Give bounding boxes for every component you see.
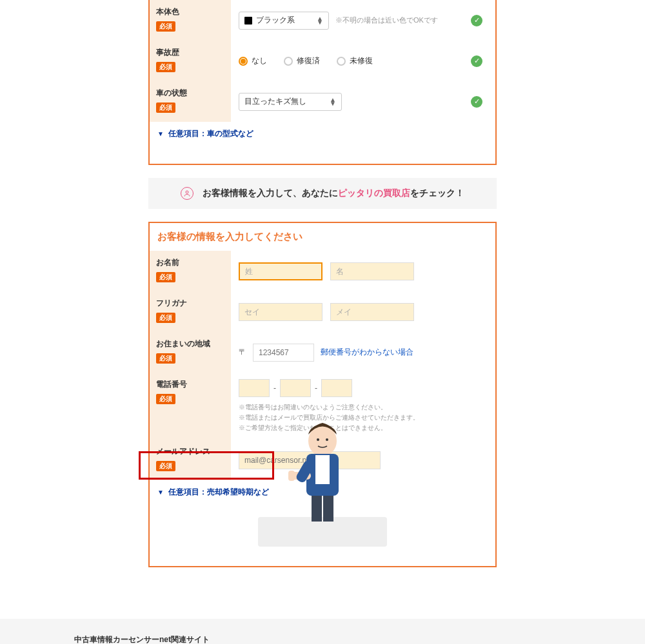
required-badge: 必須	[156, 394, 175, 404]
postal-unknown-link[interactable]: 郵便番号がわからない場合	[321, 347, 413, 358]
footer: 中古車情報カーセンサーnet関連サイト 中古車情報ならカーセンサー ｜ 中古車リ…	[0, 619, 645, 644]
name-label: お名前	[156, 257, 226, 268]
row-kana: フリガナ 必須	[150, 291, 495, 332]
svg-point-0	[186, 191, 188, 193]
footer-related-title: 中古車情報カーセンサーnet関連サイト	[74, 634, 571, 644]
phone-input-1[interactable]	[239, 379, 270, 397]
condition-label: 車の状態	[156, 88, 226, 99]
phone-sep: -	[273, 384, 276, 393]
required-badge: 必須	[156, 62, 175, 72]
kana-givenname-input[interactable]	[330, 303, 414, 321]
phone-label: 電話番号	[156, 379, 226, 390]
optional-customer-toggle[interactable]: ▼ 任意項目：売却希望時期など	[150, 480, 495, 504]
phone-notes: ※電話番号はお間違いのないようご注意ください。 ※電話またはメールで買取店からご…	[239, 402, 419, 433]
accident-radiogroup: なし 修復済 未修復	[239, 55, 373, 66]
select-arrows-icon: ▲▼	[330, 98, 336, 106]
kana-surname-input[interactable]	[239, 303, 322, 321]
body-color-select[interactable]: ブラック系 ▲▼	[239, 12, 329, 30]
postal-input[interactable]	[253, 344, 314, 362]
optional-customer-link[interactable]: 任意項目：売却希望時期など	[168, 487, 269, 496]
annotation-highlight-box	[139, 451, 274, 480]
radio-dot-icon	[284, 57, 293, 66]
check-icon: ✓	[471, 55, 482, 67]
radio-dot-icon	[337, 57, 346, 66]
kana-label: フリガナ	[156, 298, 226, 309]
address-label: お住まいの地域	[156, 338, 226, 349]
color-swatch	[244, 17, 252, 24]
caret-down-icon: ▼	[157, 130, 164, 137]
accident-label: 事故歴	[156, 47, 226, 58]
givenname-input[interactable]	[330, 262, 414, 280]
radio-repaired[interactable]: 修復済	[284, 55, 320, 66]
row-phone: 電話番号 必須 - - ※電話番号はお間違いのないようご注意ください。 ※電話ま…	[150, 373, 495, 440]
select-arrows-icon: ▲▼	[317, 17, 323, 24]
row-body-color: 本体色 必須 ブラック系 ▲▼ ※不明の場合は近い色でOKです ✓	[150, 0, 495, 41]
optional-car-link[interactable]: 任意項目：車の型式など	[168, 129, 253, 138]
surname-input[interactable]	[239, 262, 322, 280]
row-name: お名前 必須	[150, 251, 495, 291]
body-color-value: ブラック系	[256, 15, 295, 26]
required-badge: 必須	[156, 21, 175, 32]
required-badge: 必須	[156, 102, 175, 113]
user-icon	[181, 187, 194, 200]
submit-button-placeholder[interactable]	[258, 517, 387, 547]
check-icon: ✓	[471, 15, 482, 26]
phone-input-3[interactable]	[321, 379, 352, 397]
body-color-helper: ※不明の場合は近い色でOKです	[335, 15, 438, 25]
required-badge: 必須	[156, 353, 175, 364]
radio-nashi[interactable]: なし	[239, 55, 267, 66]
phone-input-2[interactable]	[280, 379, 311, 397]
optional-car-toggle[interactable]: ▼ 任意項目：車の型式など	[150, 122, 495, 146]
caret-down-icon: ▼	[157, 489, 164, 496]
row-condition: 車の状態 必須 目立ったキズ無し ▲▼ ✓	[150, 81, 495, 122]
body-color-label: 本体色	[156, 6, 226, 17]
row-address: お住まいの地域 必須 〒 郵便番号がわからない場合	[150, 332, 495, 373]
customer-form-title: お客様の情報を入力してください	[150, 223, 495, 251]
condition-value: 目立ったキズ無し	[244, 96, 306, 107]
postal-symbol: 〒	[239, 347, 246, 358]
condition-select[interactable]: 目立ったキズ無し ▲▼	[239, 93, 342, 111]
check-icon: ✓	[471, 96, 482, 108]
required-badge: 必須	[156, 272, 175, 282]
radio-dot-icon	[239, 57, 248, 66]
phone-sep: -	[315, 384, 317, 393]
radio-unrepaired[interactable]: 未修復	[337, 55, 373, 66]
row-accident: 事故歴 必須 なし 修復済 未修復 ✓	[150, 41, 495, 81]
info-banner: お客様情報を入力して、あなたにピッタリの買取店をチェック！	[148, 178, 497, 209]
required-badge: 必須	[156, 313, 175, 323]
submit-area	[150, 504, 495, 566]
